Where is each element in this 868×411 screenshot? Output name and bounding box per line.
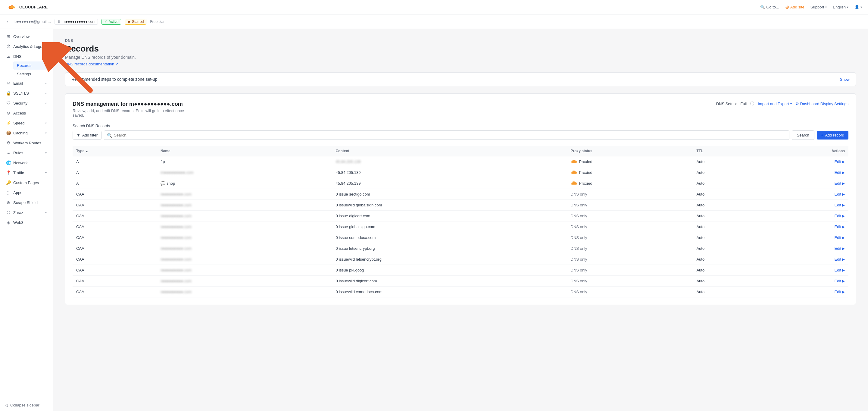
edit-link[interactable]: Edit ▶ [835, 214, 845, 218]
edit-link[interactable]: Edit ▶ [835, 225, 845, 229]
sidebar-item-analytics[interactable]: ⏱ Analytics & Logs ▾ [1, 41, 52, 51]
sidebar-item-apps[interactable]: ⬚ Apps [1, 188, 52, 197]
add-site-button[interactable]: ⊕ Add site [785, 4, 804, 10]
logo-text: CLOUDFLARE [19, 5, 48, 9]
search-input[interactable] [104, 130, 789, 140]
edit-link[interactable]: Edit ▶ [835, 290, 845, 294]
sidebar-item-scrape-shield[interactable]: ⊕ Scrape Shield [1, 198, 52, 207]
sidebar-item-dns-records[interactable]: Records [13, 61, 52, 69]
sidebar-item-access[interactable]: ⊙ Access [1, 108, 52, 118]
workers-label: Workers Routes [13, 141, 47, 145]
edit-link[interactable]: Edit ▶ [835, 257, 845, 262]
sidebar-item-zaraz[interactable]: ⬡ Zaraz ▾ [1, 208, 52, 217]
custom-pages-icon: 🔑 [6, 180, 11, 185]
language-label: English [833, 5, 846, 9]
chevron-right-icon: ▶ [842, 203, 845, 207]
cell-content: 0 issuewild digicert.com [332, 276, 567, 287]
add-filter-button[interactable]: ▼ Add filter [72, 131, 101, 140]
table-row: CAAr●●●●●●●●●.com0 issuewild letsencrypt… [72, 254, 848, 265]
cell-content: 0 issuewild letsencrypt.org [332, 254, 567, 265]
cell-name: r●●●●●●●●●.com [157, 211, 332, 222]
chevron-down-icon: ▾ [45, 45, 47, 48]
support-button[interactable]: Support ▾ [810, 5, 827, 9]
cell-proxy: Proxied [567, 167, 693, 178]
show-link[interactable]: Show [840, 77, 849, 82]
edit-link[interactable]: Edit ▶ [835, 246, 845, 251]
chevron-down-icon: ▾ [45, 82, 47, 85]
language-button[interactable]: English ▾ [833, 5, 848, 9]
sidebar-item-web3[interactable]: ◈ Web3 [1, 217, 52, 227]
chevron-right-icon: ▶ [842, 235, 845, 240]
search-button-label: Search [797, 133, 809, 138]
sidebar-item-speed[interactable]: ⚡ Speed ▾ [1, 118, 52, 128]
sidebar-item-network[interactable]: 🌐 Network [1, 158, 52, 168]
sidebar-item-ssltls[interactable]: 🔒 SSL/TLS ▾ [1, 88, 52, 98]
dashboard-display-button[interactable]: ⚙ Dashboard Display Settings [796, 101, 848, 106]
sidebar: ⊞ Overview ⏱ Analytics & Logs ▾ ☁ DNS ▴ … [0, 29, 53, 411]
cell-action: Edit ▶ [759, 211, 848, 222]
cell-proxy: DNS only [567, 254, 693, 265]
import-export-button[interactable]: Import and Export ▾ [758, 101, 792, 106]
info-icon[interactable]: ⓘ [750, 101, 754, 106]
col-proxy[interactable]: Proxy status [567, 146, 693, 156]
edit-link[interactable]: Edit ▶ [835, 279, 845, 283]
sidebar-item-caching[interactable]: 📦 Caching ▾ [1, 128, 52, 138]
dns-card-desc: Review, add, and edit DNS records. Edits… [72, 109, 187, 118]
sidebar-item-dns[interactable]: ☁ DNS ▴ [1, 52, 52, 61]
workers-icon: ⚙ [6, 140, 11, 145]
cell-content: 45.84.205.139 [332, 156, 567, 167]
sidebar-item-security[interactable]: 🛡 Security ▾ [1, 98, 52, 108]
cell-type: CAA [72, 254, 157, 265]
sidebar-item-traffic[interactable]: 📍 Traffic ▾ [1, 168, 52, 177]
sidebar-item-dns-settings[interactable]: Settings [13, 70, 52, 78]
sidebar-item-overview[interactable]: ⊞ Overview [1, 32, 52, 41]
cell-proxy: DNS only [567, 243, 693, 254]
cell-type: CAA [72, 189, 157, 200]
edit-link[interactable]: Edit ▶ [835, 181, 845, 186]
apps-icon: ⬚ [6, 190, 11, 195]
cell-name: r●●●●●●●●●.com [157, 232, 332, 243]
proxy-cloud-icon [571, 160, 577, 164]
chevron-down-icon: ▾ [45, 92, 47, 95]
cell-content: 0 issue globalsign.com [332, 222, 567, 232]
sidebar-item-rules[interactable]: ≡ Rules ▾ [1, 148, 52, 157]
edit-link[interactable]: Edit ▶ [835, 170, 845, 175]
col-name[interactable]: Name [157, 146, 332, 156]
cell-type: CAA [72, 276, 157, 287]
main-content: DNS Records Manage DNS records of your d… [53, 29, 868, 411]
speed-icon: ⚡ [6, 120, 11, 125]
dns-management-card: DNS management for m●●●●●●●●●●●.com Revi… [65, 93, 856, 305]
sort-arrow: ▲ [85, 149, 88, 153]
zaraz-icon: ⬡ [6, 210, 11, 215]
edit-link[interactable]: Edit ▶ [835, 159, 845, 164]
docs-link[interactable]: DNS records documentation ↗ [65, 62, 118, 66]
col-type[interactable]: Type ▲ [72, 146, 157, 156]
domain-pill[interactable]: 🖥 m●●●●●●●●●●.com [55, 19, 98, 25]
edit-link[interactable]: Edit ▶ [835, 235, 845, 240]
goto-button[interactable]: 🔍 Go to... [760, 5, 779, 9]
edit-link[interactable]: Edit ▶ [835, 268, 845, 272]
col-content[interactable]: Content [332, 146, 567, 156]
sidebar-item-custom-pages[interactable]: 🔑 Custom Pages [1, 178, 52, 187]
lock-icon: 🔒 [6, 91, 11, 95]
col-ttl[interactable]: TTL [693, 146, 759, 156]
back-button[interactable]: ← [6, 19, 11, 24]
sidebar-item-workers-routes[interactable]: ⚙ Workers Routes [1, 138, 52, 148]
cell-action: Edit ▶ [759, 222, 848, 232]
edit-link[interactable]: Edit ▶ [835, 192, 845, 197]
page-title: Records [65, 44, 856, 54]
home-icon: ⊞ [6, 34, 11, 39]
cell-proxy: DNS only [567, 232, 693, 243]
search-button[interactable]: Search [792, 130, 814, 140]
rules-icon: ≡ [6, 150, 11, 155]
edit-link[interactable]: Edit ▶ [835, 203, 845, 207]
sidebar-item-email[interactable]: ✉ Email ▾ [1, 78, 52, 88]
table-row: CAAr●●●●●●●●●.com0 issuewild globalsign.… [72, 200, 848, 211]
user-button[interactable]: 👤 ▾ [855, 5, 862, 9]
cell-name: m●●●●●●●●●.com [157, 167, 332, 178]
goto-label: Go to... [766, 5, 779, 9]
add-record-button[interactable]: + Add record [817, 131, 848, 140]
search-icon: 🔍 [107, 133, 112, 138]
dns-records-label: Records [17, 63, 31, 68]
collapse-sidebar-button[interactable]: ◁ Collapse sidebar [0, 399, 53, 411]
